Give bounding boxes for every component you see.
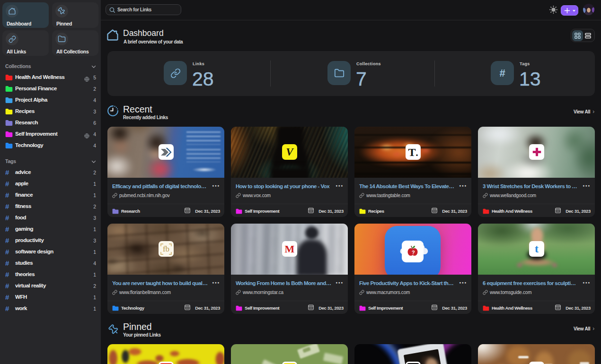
svg-text:?: ?: [412, 250, 415, 255]
